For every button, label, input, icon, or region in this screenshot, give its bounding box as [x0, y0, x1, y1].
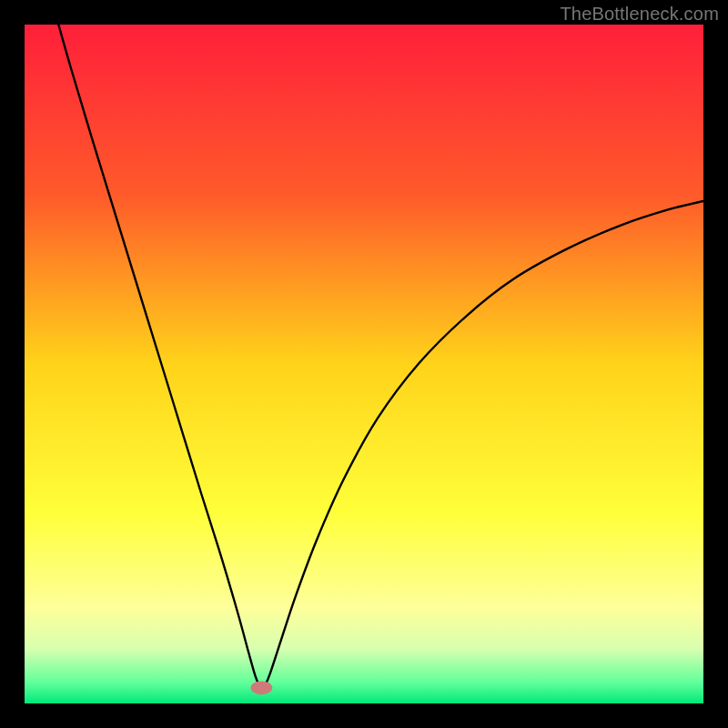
bottleneck-chart	[25, 25, 703, 703]
chart-container: TheBottleneck.com	[0, 0, 728, 728]
marker-dot	[250, 681, 272, 694]
watermark-text: TheBottleneck.com	[560, 4, 719, 25]
plot-background	[25, 25, 703, 703]
